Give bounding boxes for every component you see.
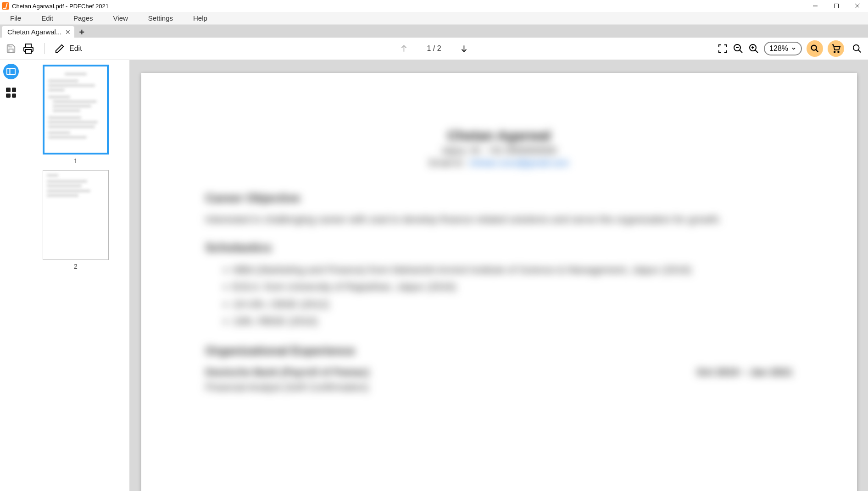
fullscreen-icon[interactable] <box>717 43 728 54</box>
edit-button[interactable]: Edit <box>55 44 82 54</box>
document-tab[interactable]: Chetan Agarwal... ✕ <box>2 26 74 38</box>
next-page-icon[interactable] <box>460 44 469 54</box>
menu-file[interactable]: File <box>4 12 35 24</box>
svg-line-19 <box>858 50 861 53</box>
toolbar-divider <box>44 43 45 54</box>
svg-line-8 <box>740 50 742 53</box>
prev-page-icon[interactable] <box>399 44 408 54</box>
scholastics-item: 10th, RBSE (2010) <box>233 313 793 330</box>
org-company: Deutsche Bank (Payroll of Pamac) <box>206 364 369 380</box>
svg-rect-1 <box>835 4 839 8</box>
zoom-in-icon[interactable] <box>748 43 759 54</box>
section-org-heading: Organizational Experience <box>206 344 793 358</box>
org-role: Financial Analyst (Soft Confirmation) <box>206 380 793 395</box>
page-navigation: 1 / 2 <box>399 44 468 54</box>
thumbnail-item[interactable]: 2 <box>22 170 129 270</box>
pencil-icon <box>55 44 65 54</box>
window-controls <box>805 0 868 12</box>
maximize-button[interactable] <box>826 0 847 12</box>
page-content: Chetan Agarwal Jaipur, IN · +91 90000000… <box>141 73 857 491</box>
thumbnail-panel: 1 2 <box>22 60 130 491</box>
svg-line-11 <box>755 50 758 53</box>
tab-close-icon[interactable]: ✕ <box>65 28 71 36</box>
save-icon[interactable] <box>6 43 17 54</box>
scholastics-item: 10+2th, CBSE (2012) <box>233 296 793 313</box>
svg-rect-4 <box>26 50 31 53</box>
thumbnail-label: 2 <box>74 263 78 270</box>
svg-line-15 <box>816 50 818 52</box>
new-tab-button[interactable]: + <box>76 27 87 38</box>
search-icon[interactable] <box>851 43 862 54</box>
grid-view-icon[interactable] <box>6 88 16 98</box>
zoom-out-icon[interactable] <box>733 43 744 54</box>
svg-point-16 <box>834 51 835 53</box>
edit-label: Edit <box>69 44 82 53</box>
zoom-dropdown[interactable]: 128% <box>764 42 802 55</box>
menu-bar: File Edit Pages View Settings Help <box>0 12 868 25</box>
thumbnails-toggle-button[interactable] <box>3 64 19 79</box>
svg-point-18 <box>853 45 859 51</box>
scholastics-item: MBA (Marketing and Finance) from Maharis… <box>233 261 793 278</box>
close-button[interactable] <box>847 0 868 12</box>
zoom-value: 128% <box>769 44 788 53</box>
svg-point-14 <box>812 45 817 50</box>
toolbar: Edit 1 / 2 128% <box>0 38 868 60</box>
thumbnail-item[interactable]: 1 <box>22 65 129 165</box>
main-area: 1 2 Chetan Agarwal Jaipur, IN · +91 9000… <box>0 60 868 491</box>
document-viewer[interactable]: Chetan Agarwal Jaipur, IN · +91 90000000… <box>130 60 868 491</box>
doc-email-prefix: Email id : <box>429 158 469 168</box>
window-title: Chetan Agarwal.pdf - PDFChef 2021 <box>12 3 109 10</box>
thumbnail-label: 1 <box>74 157 78 165</box>
print-icon[interactable] <box>23 43 34 54</box>
menu-view[interactable]: View <box>107 12 142 24</box>
org-dates: Oct 2019 – Jan 2021 <box>696 364 792 380</box>
sidebar-rail <box>0 60 22 491</box>
menu-settings[interactable]: Settings <box>142 12 187 24</box>
app-icon <box>2 2 9 10</box>
tab-strip: Chetan Agarwal... ✕ + <box>0 25 868 38</box>
section-objective-text: Interested in challenging career with ze… <box>206 212 793 227</box>
menu-help[interactable]: Help <box>187 12 221 24</box>
section-objective-heading: Career Objective <box>206 191 793 205</box>
thumbnail-page-1[interactable] <box>43 65 109 154</box>
chevron-down-icon <box>791 46 796 51</box>
menu-pages[interactable]: Pages <box>67 12 107 24</box>
tab-label: Chetan Agarwal... <box>7 28 61 36</box>
scholastics-item: B.B.A. from University of Rajasthan, Jai… <box>233 278 793 295</box>
svg-rect-20 <box>7 68 15 74</box>
thumbnail-page-2[interactable] <box>43 170 109 260</box>
page-indicator: 1 / 2 <box>427 44 441 53</box>
window-titlebar: Chetan Agarwal.pdf - PDFChef 2021 <box>0 0 868 12</box>
cart-button[interactable] <box>828 40 844 57</box>
doc-name: Chetan Agarwal <box>206 128 793 143</box>
doc-email: chetan.xxxx@gmail.com <box>469 158 569 168</box>
doc-contact: Jaipur, IN · +91 9000000000 <box>206 145 793 156</box>
minimize-button[interactable] <box>805 0 826 12</box>
menu-edit[interactable]: Edit <box>35 12 67 24</box>
section-scholastics-heading: Scholastics <box>206 241 793 255</box>
search-highlight-button[interactable] <box>807 40 823 57</box>
svg-point-17 <box>838 51 839 53</box>
